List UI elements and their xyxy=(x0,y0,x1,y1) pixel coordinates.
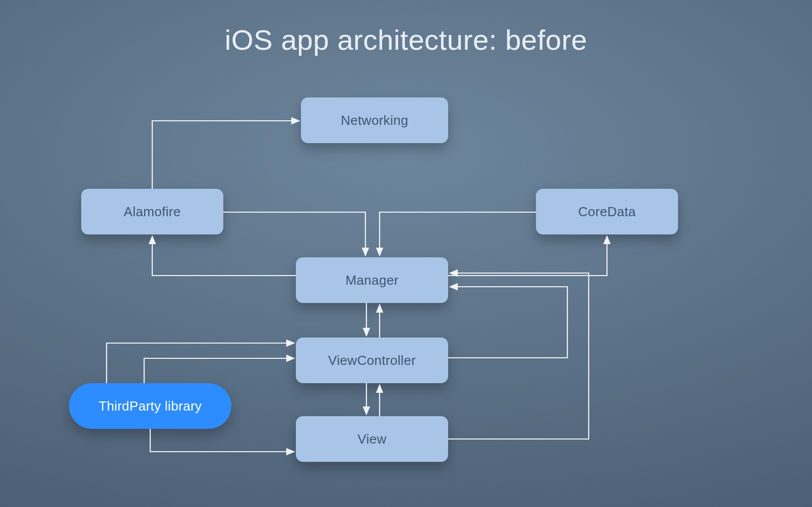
node-alamofire: Alamofire xyxy=(81,189,223,234)
edge-viewcontroller-manager-loop xyxy=(448,287,567,358)
node-manager: Manager xyxy=(296,257,448,303)
edge-manager-coredata xyxy=(448,236,607,276)
node-label: Alamofire xyxy=(124,204,181,220)
node-coredata: CoreData xyxy=(536,189,678,234)
edge-coredata-manager xyxy=(380,212,536,256)
node-label: ViewController xyxy=(328,353,416,368)
node-view: View xyxy=(296,416,448,462)
diagram-title: iOS app architecture: before xyxy=(0,23,812,56)
node-label: ThirdParty library xyxy=(98,398,201,414)
edge-alamofire-networking xyxy=(152,121,299,189)
edge-thirdparty-viewcontroller-inner xyxy=(144,358,294,383)
node-label: CoreData xyxy=(578,204,636,220)
node-thirdparty: ThirdParty library xyxy=(69,383,231,429)
node-label: View xyxy=(357,431,386,447)
edge-manager-alamofire xyxy=(152,236,296,276)
node-viewcontroller: ViewController xyxy=(296,337,448,383)
edge-alamofire-manager xyxy=(223,212,365,256)
edge-thirdparty-viewcontroller xyxy=(107,343,294,383)
node-label: Networking xyxy=(341,113,408,128)
node-networking: Networking xyxy=(301,97,448,143)
edge-view-manager-loop xyxy=(448,273,589,439)
node-label: Manager xyxy=(346,273,399,288)
diagram-stage: iOS app architecture: before Networking … xyxy=(0,0,812,507)
edge-thirdparty-view xyxy=(150,429,294,452)
